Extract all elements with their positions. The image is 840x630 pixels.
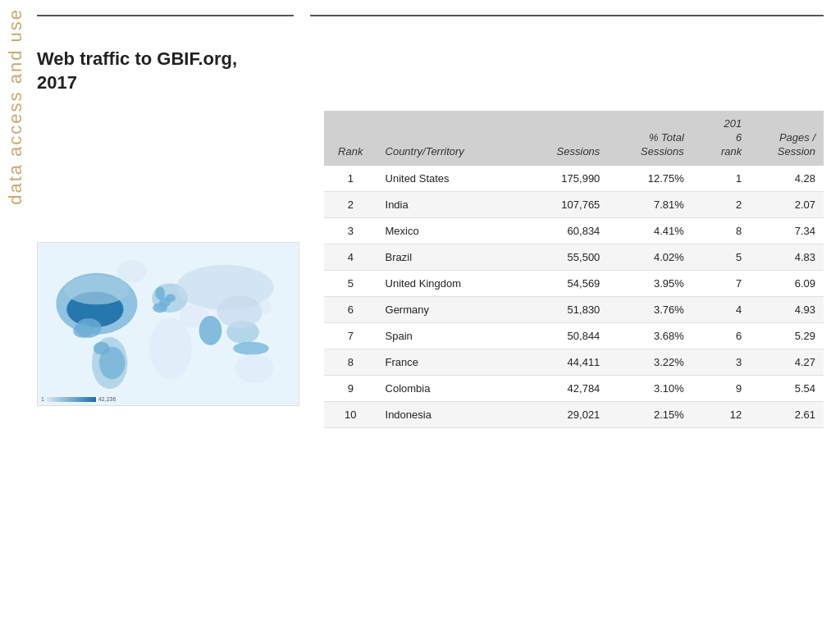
table-row: 4 Brazil 55,500 4.02% 5 4.83 — [324, 244, 824, 270]
svg-point-3 — [64, 276, 129, 305]
cell-pages: 6.09 — [750, 270, 824, 296]
top-line-right — [310, 15, 824, 16]
cell-country: United States — [377, 166, 524, 192]
cell-pct: 7.81% — [608, 191, 692, 217]
cell-country: Indonesia — [377, 401, 524, 427]
cell-pages: 4.83 — [750, 244, 824, 270]
svg-point-23 — [73, 323, 93, 338]
cell-pages: 4.28 — [750, 166, 824, 192]
traffic-table: Rank Country/Territory Sessions % TotalS… — [324, 111, 824, 428]
cell-sessions: 55,500 — [524, 244, 608, 270]
cell-pct: 4.02% — [608, 244, 692, 270]
cell-pages: 4.27 — [750, 349, 824, 375]
svg-point-21 — [235, 354, 274, 384]
top-decorative-lines — [37, 15, 824, 16]
table-row: 6 Germany 51,830 3.76% 4 4.93 — [324, 296, 824, 322]
cell-rank2016: 1 — [692, 166, 750, 192]
cell-sessions: 60,834 — [524, 217, 608, 244]
cell-country: United Kingdom — [377, 270, 524, 296]
col-header-rank2016: 2016rank — [692, 111, 750, 166]
cell-rank2016: 12 — [692, 401, 750, 427]
cell-pct: 3.10% — [608, 375, 692, 401]
cell-rank2016: 7 — [692, 270, 750, 296]
table-row: 10 Indonesia 29,021 2.15% 12 2.61 — [324, 401, 824, 427]
svg-point-20 — [217, 296, 262, 329]
cell-rank: 9 — [324, 375, 377, 401]
svg-point-19 — [233, 342, 269, 355]
cell-rank2016: 6 — [692, 322, 750, 349]
content-row: 1 42,236 Rank Country/Territory Sessions… — [37, 111, 824, 428]
cell-rank2016: 4 — [692, 296, 750, 322]
table-row: 3 Mexico 60,834 4.41% 8 7.34 — [324, 217, 824, 244]
cell-sessions: 175,990 — [524, 166, 608, 192]
world-map: 1 42,236 — [37, 242, 299, 406]
cell-rank2016: 8 — [692, 217, 750, 244]
table-row: 2 India 107,765 7.81% 2 2.07 — [324, 191, 824, 217]
svg-point-14 — [149, 317, 191, 379]
col-header-rank: Rank — [324, 111, 377, 166]
cell-pages: 7.34 — [750, 217, 824, 244]
cell-country: Colombia — [377, 375, 524, 401]
svg-point-13 — [153, 303, 167, 313]
cell-pct: 3.76% — [608, 296, 692, 322]
cell-rank2016: 9 — [692, 375, 750, 401]
sidebar-label: data access and use — [5, 8, 26, 205]
cell-rank: 4 — [324, 244, 377, 270]
table-row: 9 Colombia 42,784 3.10% 9 5.54 — [324, 375, 824, 401]
page-title: Web traffic to GBIF.org, 2017 — [37, 48, 824, 94]
legend-min: 1 — [41, 396, 44, 402]
cell-sessions: 29,021 — [524, 401, 608, 427]
col-header-pages: Pages /Session — [750, 111, 824, 166]
cell-rank: 8 — [324, 349, 377, 375]
cell-pct: 4.41% — [608, 217, 692, 244]
cell-country: Brazil — [377, 244, 524, 270]
svg-point-8 — [94, 342, 110, 355]
main-content: Web traffic to GBIF.org, 2017 — [37, 25, 824, 614]
cell-rank: 7 — [324, 322, 377, 349]
cell-rank: 2 — [324, 191, 377, 217]
cell-pct: 3.95% — [608, 270, 692, 296]
cell-pct: 2.15% — [608, 401, 692, 427]
table-body: 1 United States 175,990 12.75% 1 4.28 2 … — [324, 166, 824, 428]
cell-pages: 5.54 — [750, 375, 824, 401]
cell-pages: 4.93 — [750, 296, 824, 322]
cell-sessions: 107,765 — [524, 191, 608, 217]
cell-sessions: 50,844 — [524, 322, 608, 349]
svg-point-5 — [117, 260, 147, 283]
cell-pct: 12.75% — [608, 166, 692, 192]
col-header-country: Country/Territory — [377, 111, 524, 166]
table-row: 1 United States 175,990 12.75% 1 4.28 — [324, 166, 824, 192]
cell-rank: 6 — [324, 296, 377, 322]
map-legend: 1 42,236 — [41, 396, 116, 402]
map-svg — [38, 243, 299, 405]
cell-rank: 10 — [324, 401, 377, 427]
cell-pages: 2.07 — [750, 191, 824, 217]
left-column: 1 42,236 — [37, 111, 299, 406]
cell-rank2016: 3 — [692, 349, 750, 375]
svg-point-22 — [260, 299, 272, 315]
cell-sessions: 54,569 — [524, 270, 608, 296]
table-header-row: Rank Country/Territory Sessions % TotalS… — [324, 111, 824, 166]
cell-rank: 3 — [324, 217, 377, 244]
svg-point-17 — [199, 316, 222, 345]
cell-country: Mexico — [377, 217, 524, 244]
table-row: 5 United Kingdom 54,569 3.95% 7 6.09 — [324, 270, 824, 296]
cell-rank: 1 — [324, 166, 377, 192]
cell-rank2016: 5 — [692, 244, 750, 270]
cell-country: France — [377, 349, 524, 375]
title-line2: 2017 — [37, 72, 77, 93]
top-line-left — [37, 15, 294, 16]
col-header-pct: % TotalSessions — [608, 111, 692, 166]
cell-country: India — [377, 191, 524, 217]
cell-country: Germany — [377, 296, 524, 322]
col-header-sessions: Sessions — [524, 111, 608, 166]
cell-pages: 5.29 — [750, 322, 824, 349]
table-row: 7 Spain 50,844 3.68% 6 5.29 — [324, 322, 824, 349]
right-column: Rank Country/Territory Sessions % TotalS… — [324, 111, 824, 428]
cell-sessions: 44,411 — [524, 349, 608, 375]
title-line1: Web traffic to GBIF.org, — [37, 48, 237, 69]
cell-rank: 5 — [324, 270, 377, 296]
cell-country: Spain — [377, 322, 524, 349]
cell-pages: 2.61 — [750, 401, 824, 427]
cell-sessions: 51,830 — [524, 296, 608, 322]
